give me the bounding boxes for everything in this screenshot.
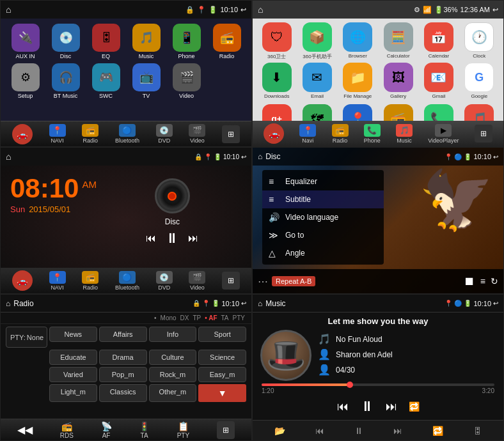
mf-next-icon[interactable]: ⏭ <box>393 426 402 436</box>
radio-btn-easym[interactable]: Easy_m <box>198 367 246 382</box>
radio-btn-sport[interactable]: Sport <box>198 327 246 342</box>
app-360helper[interactable]: 📦 360手机助手 <box>298 22 336 60</box>
nav-navi-p2[interactable]: 📍 Navi <box>299 124 316 144</box>
disc-menu: ≡ Equalizer ≡ Subtitle 🔊 Video language … <box>262 170 384 265</box>
menu-angle[interactable]: △ Angle <box>262 244 384 262</box>
menu-goto[interactable]: ≫ Go to <box>262 226 384 244</box>
menu-btn-p4[interactable]: ⋯ <box>258 275 268 288</box>
nav-radio-p3[interactable]: 📻 Radio <box>82 271 98 291</box>
radio-row4: Light_m Classics Other_m ▼ <box>6 384 246 402</box>
folder-icon[interactable]: 📂 <box>274 426 285 436</box>
app-radio[interactable]: 📻 Radio <box>209 24 245 59</box>
radio-btn-affairs[interactable]: Affairs <box>99 327 147 342</box>
back-icon[interactable]: ↩ <box>240 6 246 14</box>
app-file-manager[interactable]: 📁 File Manage <box>339 63 377 99</box>
app-google[interactable]: G Google <box>461 63 498 99</box>
scroll-down-button[interactable]: ▼ <box>198 384 246 402</box>
grid-button-p3[interactable]: ⊞ <box>222 272 240 290</box>
app-gallery[interactable]: 🖼 Gallery <box>379 63 417 99</box>
play-pause-button-p6[interactable]: ⏸ <box>360 398 374 415</box>
nav-navi[interactable]: 📍 NAVI <box>49 124 66 144</box>
nav-dvd-p3[interactable]: 💿 DVD <box>156 271 173 291</box>
grid-button-p5[interactable]: ⊞ <box>217 421 235 439</box>
grid-button-p2[interactable]: ⊞ <box>475 125 492 143</box>
app-aux-in[interactable]: 🔌 AUX IN <box>7 24 43 59</box>
radio-btn-classics[interactable]: Classics <box>99 384 147 402</box>
nav-rds[interactable]: 📻 RDS <box>60 421 74 439</box>
app-disc[interactable]: 💿 Disc <box>47 24 84 59</box>
repeat-button-p6[interactable]: 🔁 <box>409 401 420 412</box>
app-browser[interactable]: 🌐 Browser <box>339 22 377 60</box>
back-icon-p2[interactable]: ↩ <box>492 6 498 14</box>
radio-btn-news[interactable]: News <box>49 327 97 342</box>
app-downloads[interactable]: ⬇ Downloads <box>258 63 295 99</box>
mf-play-icon[interactable]: ⏸ <box>354 426 363 436</box>
app-music[interactable]: 🎵 Music <box>128 24 164 59</box>
app-360ws[interactable]: 🛡 360卫士 <box>258 22 295 60</box>
mf-eq-icon[interactable]: 🎛 <box>473 426 482 436</box>
nav-video[interactable]: 🎬 Video <box>189 124 205 144</box>
radio-btn-culture[interactable]: Culture <box>149 350 197 365</box>
back-icon-p6[interactable]: ↩ <box>493 300 498 307</box>
app-phone[interactable]: 📱 Phone <box>168 24 205 59</box>
nav-pty[interactable]: 📋 PTY <box>177 421 189 439</box>
nav-videoplayer-p2[interactable]: ▶ VideoPlayer <box>428 124 459 144</box>
nav-ta[interactable]: 🚦 TA <box>139 421 150 439</box>
radio-btn-popm[interactable]: Pop_m <box>99 367 147 382</box>
back-icon-p5[interactable]: ↩ <box>241 300 246 307</box>
mf-prev-icon[interactable]: ⏮ <box>315 426 324 436</box>
play-pause-button-p3[interactable]: ⏸ <box>165 230 179 247</box>
app-swc[interactable]: 🎮 SWC <box>88 63 124 99</box>
app-gmail[interactable]: 📧 Gmail <box>420 63 457 99</box>
location-icon-p5: 📍 <box>202 300 210 307</box>
radio-btn-science[interactable]: Science <box>198 350 246 365</box>
app-clock[interactable]: 🕐 Clock <box>461 22 498 60</box>
nav-car-button[interactable]: 🚗 <box>12 124 33 144</box>
menu-subtitle[interactable]: ≡ Subtitle <box>262 190 384 208</box>
nav-navi-p3[interactable]: 📍 NAVI <box>49 271 66 291</box>
radio-btn-otherm[interactable]: Other_m <box>149 384 197 402</box>
stop-button-p4[interactable]: ⏹ <box>464 275 475 288</box>
menu-equalizer[interactable]: ≡ Equalizer <box>262 173 384 190</box>
radio-btn-varied[interactable]: Varied <box>49 367 97 382</box>
list-button-p4[interactable]: ≡ <box>480 276 485 286</box>
mf-repeat-icon[interactable]: 🔁 <box>432 426 443 436</box>
app-calendar[interactable]: 📅 Calendar <box>420 22 457 60</box>
app-calculator[interactable]: 🧮 Calculator <box>379 22 417 60</box>
radio-btn-info[interactable]: Info <box>149 327 197 342</box>
vol-down-icon[interactable]: ◀◀ <box>17 424 33 436</box>
nav-radio-p2[interactable]: 📻 Radio <box>332 124 349 144</box>
nav-car-p2[interactable]: 🚗 <box>264 123 284 144</box>
app-eq[interactable]: 🎛 EQ <box>88 24 124 59</box>
back-icon-p3[interactable]: ↩ <box>241 153 246 160</box>
nav-video-p3[interactable]: 🎬 Video <box>189 271 205 291</box>
next-button-p3[interactable]: ⏭ <box>188 233 198 244</box>
menu-video-lang[interactable]: 🔊 Video language <box>262 208 384 226</box>
app-setup[interactable]: ⚙ Setup <box>7 63 43 99</box>
radio-btn-rockm[interactable]: Rock_m <box>149 367 197 382</box>
nav-bt-p3[interactable]: 🔵 Bluetooth <box>115 271 139 291</box>
artist1-icon: 🎵 <box>318 333 331 345</box>
prev-button-p6[interactable]: ⏮ <box>337 400 349 414</box>
music-section-label: Music <box>265 299 285 308</box>
nav-bluetooth[interactable]: 🔵 Bluetooth <box>115 124 139 144</box>
repeat-ab-button[interactable]: Repeat A-B <box>272 276 315 286</box>
shuffle-button-p4[interactable]: ↻ <box>491 276 498 286</box>
app-bt-music[interactable]: 🎧 BT Music <box>47 63 84 99</box>
nav-radio[interactable]: 📻 Radio <box>82 124 98 144</box>
nav-phone-p2[interactable]: 📞 Phone <box>364 124 381 144</box>
back-icon-p4[interactable]: ↩ <box>493 153 498 160</box>
prev-button-p3[interactable]: ⏮ <box>146 233 156 244</box>
nav-music-p2[interactable]: 🎵 Music <box>396 124 413 144</box>
nav-af[interactable]: 📡 AF <box>101 421 112 439</box>
app-tv[interactable]: 📺 TV <box>128 63 164 99</box>
next-button-p6[interactable]: ⏭ <box>386 400 397 414</box>
grid-button-p1[interactable]: ⊞ <box>222 125 240 143</box>
nav-car-p3[interactable]: 🚗 <box>12 270 33 291</box>
app-email[interactable]: ✉ Email <box>298 63 336 99</box>
radio-btn-drama[interactable]: Drama <box>99 350 147 365</box>
radio-btn-educate[interactable]: Educate <box>49 350 97 365</box>
nav-dvd[interactable]: 💿 DVD <box>156 124 173 144</box>
radio-btn-lightm[interactable]: Light_m <box>49 384 97 402</box>
app-video[interactable]: 🎬 Video <box>168 63 205 99</box>
